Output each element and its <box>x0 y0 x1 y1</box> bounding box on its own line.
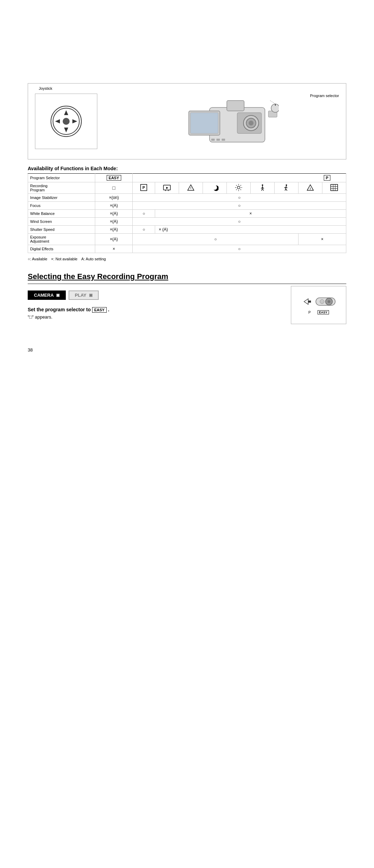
svg-line-42 <box>261 189 262 191</box>
svg-marker-1 <box>64 128 68 132</box>
page-number: 38 <box>28 347 346 353</box>
icon-sunny <box>227 182 251 194</box>
table-row: RecordingProgram □ P <box>28 182 346 194</box>
p-exposure1: ○ <box>133 234 299 245</box>
arrow-indicator <box>301 297 312 306</box>
feature-focus: Focus <box>28 202 95 210</box>
svg-rect-13 <box>190 113 218 133</box>
svg-text:··: ·· <box>321 301 323 303</box>
section-heading: Selecting the Easy Recording Program <box>28 272 346 284</box>
icon-grid <box>322 182 346 194</box>
p-stabilizer: ○ <box>133 194 346 202</box>
feature-wind: Wind Screen <box>28 218 95 226</box>
feature-white-balance: White Balance <box>28 210 95 218</box>
svg-rect-58 <box>308 301 311 303</box>
p-wb1: ○ <box>133 210 155 218</box>
svg-line-43 <box>262 189 264 191</box>
availability-table: Program Selector EASY P RecordingProgram… <box>28 173 346 253</box>
icon-sport <box>275 182 299 194</box>
svg-line-46 <box>284 187 286 188</box>
feature-recording: RecordingProgram <box>28 182 95 194</box>
p-shutter1: ○ <box>133 226 155 234</box>
easy-exposure: ×(A) <box>95 234 133 245</box>
play-tape-icon: ▣ <box>89 293 92 297</box>
svg-rect-14 <box>227 101 244 111</box>
play-label: PLAY <box>75 293 86 298</box>
selector-diagram-container: ·· P EASY <box>291 307 346 324</box>
easy-wind: ×(A) <box>95 218 133 226</box>
svg-line-35 <box>241 189 241 190</box>
icon-tv <box>155 182 179 194</box>
table-header-row: Program Selector EASY P <box>28 174 346 182</box>
col-p: P <box>133 174 346 182</box>
camera-svg <box>168 94 279 149</box>
easy-recording: □ <box>95 182 133 194</box>
easy-badge: EASY <box>107 175 121 181</box>
legend-text: ○: Available ×: Not available A: Auto se… <box>28 257 346 262</box>
play-button[interactable]: PLAY ▣ <box>69 290 98 300</box>
easy-digital: × <box>95 245 133 253</box>
feature-shutter: Shutter Speed <box>28 226 95 234</box>
p-focus: ○ <box>133 202 346 210</box>
svg-rect-18 <box>211 139 215 141</box>
p-wind: ○ <box>133 218 346 226</box>
col-easy: EASY <box>95 174 133 182</box>
svg-point-44 <box>286 184 287 186</box>
p-badge: P <box>324 175 330 181</box>
easy-shutter: ×(A) <box>95 226 133 234</box>
icon-p: P <box>133 182 155 194</box>
svg-rect-20 <box>222 139 225 141</box>
svg-marker-26 <box>166 187 168 189</box>
availability-title: Availability of Functions in Each Mode: <box>28 166 346 171</box>
set-program-instruction: Set the program selector to EASY . <box>28 307 109 312</box>
svg-rect-19 <box>216 139 220 141</box>
svg-point-4 <box>63 118 70 125</box>
easy-stabilizer: ×(on) <box>95 194 133 202</box>
svg-point-29 <box>237 186 240 189</box>
availability-section: Availability of Functions in Each Mode: … <box>28 166 346 262</box>
feature-digital: Digital Effects <box>28 245 95 253</box>
easy-focus: ×(A) <box>95 202 133 210</box>
p-wb2: × <box>155 210 346 218</box>
svg-rect-52 <box>331 184 338 191</box>
svg-line-36 <box>241 185 241 186</box>
p-exposure2: × <box>299 234 346 245</box>
camera-label: CAMERA <box>34 293 54 298</box>
joystick-circle <box>51 106 82 137</box>
p-label-small: P <box>308 311 311 314</box>
easy-wb: ×(A) <box>95 210 133 218</box>
table-row: Wind Screen ×(A) ○ <box>28 218 346 226</box>
joystick-box: Joystick <box>35 94 97 149</box>
appears-text: "□" appears. <box>28 314 109 320</box>
table-row: Image Stabilizer ×(on) ○ <box>28 194 346 202</box>
svg-text:P: P <box>143 185 145 190</box>
p-digital: ○ <box>133 245 346 253</box>
svg-marker-3 <box>72 119 77 123</box>
svg-point-10 <box>249 121 253 125</box>
camera-image-area: Program selector <box>108 94 339 149</box>
feature-stabilizer: Image Stabilizer <box>28 194 95 202</box>
selector-diagram: ·· P EASY <box>291 286 346 324</box>
icon-warning: ! <box>299 182 322 194</box>
icon-night <box>203 182 227 194</box>
easy-inline-badge: EASY <box>92 307 107 313</box>
easy-label-small: EASY <box>318 310 329 314</box>
selecting-section: Selecting the Easy Recording Program CAM… <box>28 272 346 327</box>
svg-line-34 <box>236 185 237 186</box>
set-program-area: Set the program selector to EASY . "□" a… <box>28 307 346 327</box>
svg-marker-0 <box>64 110 68 115</box>
table-row: Shutter Speed ×(A) ○ × (A) <box>28 226 346 234</box>
icon-outdoor <box>179 182 203 194</box>
camera-button[interactable]: CAMERA ▣ <box>28 290 66 300</box>
icon-walk <box>251 182 275 194</box>
joystick-label: Joystick <box>39 86 52 90</box>
table-row: ExposureAdjustment ×(A) ○ × <box>28 234 346 245</box>
table-row: White Balance ×(A) ○ × <box>28 210 346 218</box>
selector-knob-svg: ·· <box>315 296 336 307</box>
selector-labels: P EASY <box>308 310 329 314</box>
svg-point-38 <box>262 184 263 186</box>
svg-line-17 <box>270 101 275 104</box>
set-program-text-area: Set the program selector to EASY . "□" a… <box>28 307 109 327</box>
table-row: Focus ×(A) ○ <box>28 202 346 210</box>
svg-line-49 <box>286 189 287 191</box>
